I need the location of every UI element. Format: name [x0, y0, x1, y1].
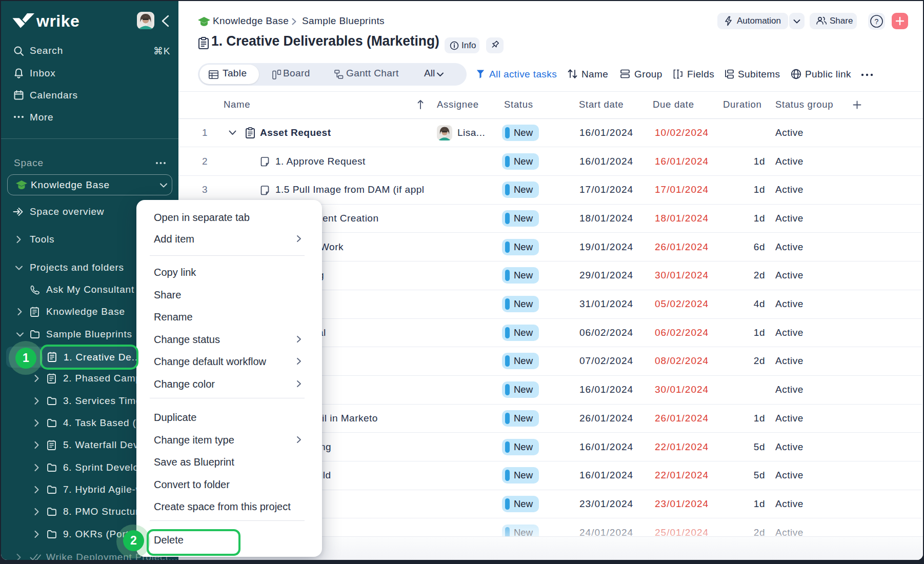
svg-text:?: ? — [875, 17, 879, 26]
